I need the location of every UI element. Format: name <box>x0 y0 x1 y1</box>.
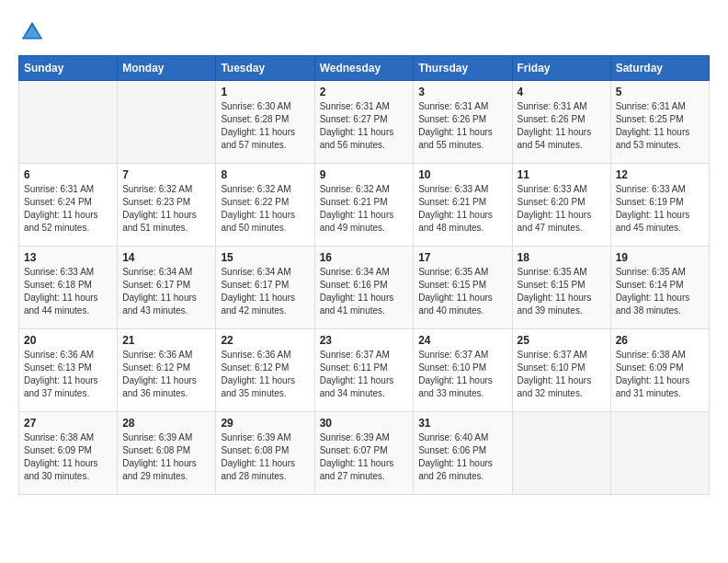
day-number: 8 <box>221 168 309 181</box>
day-number: 25 <box>518 334 606 347</box>
calendar-week-4: 20Sunrise: 6:36 AM Sunset: 6:13 PM Dayli… <box>19 329 710 412</box>
day-number: 3 <box>418 86 506 98</box>
day-number: 7 <box>122 168 210 181</box>
day-info: Sunrise: 6:32 AM Sunset: 6:21 PM Dayligh… <box>320 183 409 235</box>
calendar-cell: 7Sunrise: 6:32 AM Sunset: 6:23 PM Daylig… <box>118 164 216 247</box>
day-info: Sunrise: 6:32 AM Sunset: 6:22 PM Dayligh… <box>221 183 309 235</box>
day-info: Sunrise: 6:34 AM Sunset: 6:17 PM Dayligh… <box>221 266 309 317</box>
day-info: Sunrise: 6:32 AM Sunset: 6:23 PM Dayligh… <box>122 183 210 235</box>
day-info: Sunrise: 6:33 AM Sunset: 6:19 PM Dayligh… <box>616 183 704 235</box>
logo-icon <box>18 18 46 46</box>
day-header-monday: Monday <box>118 56 216 81</box>
calendar-week-1: 1Sunrise: 6:30 AM Sunset: 6:28 PM Daylig… <box>19 81 710 164</box>
calendar-cell: 16Sunrise: 6:34 AM Sunset: 6:16 PM Dayli… <box>314 247 414 329</box>
day-number: 31 <box>418 417 506 430</box>
calendar-cell: 2Sunrise: 6:31 AM Sunset: 6:27 PM Daylig… <box>314 81 414 164</box>
calendar-cell: 23Sunrise: 6:37 AM Sunset: 6:11 PM Dayli… <box>314 329 414 412</box>
day-number: 11 <box>518 168 606 181</box>
day-header-friday: Friday <box>512 56 610 81</box>
day-info: Sunrise: 6:35 AM Sunset: 6:14 PM Dayligh… <box>616 266 704 317</box>
day-number: 4 <box>518 86 606 98</box>
calendar-cell: 8Sunrise: 6:32 AM Sunset: 6:22 PM Daylig… <box>216 164 314 247</box>
calendar-cell: 3Sunrise: 6:31 AM Sunset: 6:26 PM Daylig… <box>414 81 512 164</box>
day-number: 5 <box>616 86 704 98</box>
calendar-cell: 11Sunrise: 6:33 AM Sunset: 6:20 PM Dayli… <box>512 164 610 247</box>
calendar-cell: 29Sunrise: 6:39 AM Sunset: 6:08 PM Dayli… <box>216 412 314 495</box>
calendar-week-5: 27Sunrise: 6:38 AM Sunset: 6:09 PM Dayli… <box>19 412 710 495</box>
day-info: Sunrise: 6:31 AM Sunset: 6:26 PM Dayligh… <box>418 100 506 152</box>
day-info: Sunrise: 6:38 AM Sunset: 6:09 PM Dayligh… <box>616 349 704 400</box>
day-number: 13 <box>24 251 112 264</box>
calendar-header-row: SundayMondayTuesdayWednesdayThursdayFrid… <box>19 56 710 81</box>
day-number: 28 <box>122 417 210 430</box>
day-header-thursday: Thursday <box>414 56 512 81</box>
day-info: Sunrise: 6:33 AM Sunset: 6:18 PM Dayligh… <box>24 266 112 317</box>
calendar-cell <box>19 81 118 164</box>
calendar-cell: 20Sunrise: 6:36 AM Sunset: 6:13 PM Dayli… <box>19 329 118 412</box>
day-number: 26 <box>616 334 704 347</box>
day-info: Sunrise: 6:31 AM Sunset: 6:27 PM Dayligh… <box>320 100 409 152</box>
calendar-cell: 22Sunrise: 6:36 AM Sunset: 6:12 PM Dayli… <box>216 329 314 412</box>
calendar-cell: 4Sunrise: 6:31 AM Sunset: 6:26 PM Daylig… <box>512 81 610 164</box>
day-number: 27 <box>24 417 112 430</box>
day-number: 23 <box>320 334 409 347</box>
calendar-cell: 10Sunrise: 6:33 AM Sunset: 6:21 PM Dayli… <box>414 164 512 247</box>
day-number: 16 <box>320 251 409 264</box>
calendar-cell: 1Sunrise: 6:30 AM Sunset: 6:28 PM Daylig… <box>216 81 314 164</box>
day-info: Sunrise: 6:39 AM Sunset: 6:08 PM Dayligh… <box>122 431 210 483</box>
day-number: 10 <box>418 168 506 181</box>
day-number: 1 <box>221 86 309 98</box>
calendar-cell: 17Sunrise: 6:35 AM Sunset: 6:15 PM Dayli… <box>414 247 512 329</box>
day-number: 9 <box>320 168 409 181</box>
day-info: Sunrise: 6:36 AM Sunset: 6:13 PM Dayligh… <box>24 349 112 400</box>
calendar-cell: 26Sunrise: 6:38 AM Sunset: 6:09 PM Dayli… <box>610 329 709 412</box>
day-info: Sunrise: 6:37 AM Sunset: 6:10 PM Dayligh… <box>418 349 506 400</box>
day-header-wednesday: Wednesday <box>314 56 414 81</box>
calendar-week-3: 13Sunrise: 6:33 AM Sunset: 6:18 PM Dayli… <box>19 247 710 329</box>
calendar-cell: 5Sunrise: 6:31 AM Sunset: 6:25 PM Daylig… <box>610 81 709 164</box>
day-info: Sunrise: 6:37 AM Sunset: 6:10 PM Dayligh… <box>518 349 606 400</box>
calendar-cell <box>512 412 610 495</box>
day-header-sunday: Sunday <box>19 56 118 81</box>
calendar-cell: 9Sunrise: 6:32 AM Sunset: 6:21 PM Daylig… <box>314 164 414 247</box>
calendar-cell: 30Sunrise: 6:39 AM Sunset: 6:07 PM Dayli… <box>314 412 414 495</box>
calendar-table: SundayMondayTuesdayWednesdayThursdayFrid… <box>18 55 710 495</box>
calendar-cell: 24Sunrise: 6:37 AM Sunset: 6:10 PM Dayli… <box>414 329 512 412</box>
day-number: 6 <box>24 168 112 181</box>
day-number: 24 <box>418 334 506 347</box>
day-info: Sunrise: 6:34 AM Sunset: 6:16 PM Dayligh… <box>320 266 409 317</box>
calendar-cell: 27Sunrise: 6:38 AM Sunset: 6:09 PM Dayli… <box>19 412 118 495</box>
day-number: 30 <box>320 417 409 430</box>
page-header <box>18 18 710 46</box>
day-info: Sunrise: 6:36 AM Sunset: 6:12 PM Dayligh… <box>122 349 210 400</box>
day-info: Sunrise: 6:35 AM Sunset: 6:15 PM Dayligh… <box>418 266 506 317</box>
calendar-cell: 14Sunrise: 6:34 AM Sunset: 6:17 PM Dayli… <box>118 247 216 329</box>
day-info: Sunrise: 6:39 AM Sunset: 6:07 PM Dayligh… <box>320 431 409 483</box>
day-info: Sunrise: 6:31 AM Sunset: 6:25 PM Dayligh… <box>616 100 704 152</box>
day-number: 12 <box>616 168 704 181</box>
calendar-cell: 31Sunrise: 6:40 AM Sunset: 6:06 PM Dayli… <box>414 412 512 495</box>
calendar-week-2: 6Sunrise: 6:31 AM Sunset: 6:24 PM Daylig… <box>19 164 710 247</box>
calendar-cell: 19Sunrise: 6:35 AM Sunset: 6:14 PM Dayli… <box>610 247 709 329</box>
day-number: 19 <box>616 251 704 264</box>
calendar-cell: 13Sunrise: 6:33 AM Sunset: 6:18 PM Dayli… <box>19 247 118 329</box>
day-info: Sunrise: 6:30 AM Sunset: 6:28 PM Dayligh… <box>221 100 309 152</box>
day-number: 22 <box>221 334 309 347</box>
day-info: Sunrise: 6:39 AM Sunset: 6:08 PM Dayligh… <box>221 431 309 483</box>
day-info: Sunrise: 6:37 AM Sunset: 6:11 PM Dayligh… <box>320 349 409 400</box>
calendar-cell <box>610 412 709 495</box>
day-info: Sunrise: 6:35 AM Sunset: 6:15 PM Dayligh… <box>518 266 606 317</box>
logo <box>18 18 51 46</box>
day-info: Sunrise: 6:31 AM Sunset: 6:26 PM Dayligh… <box>518 100 606 152</box>
calendar-cell: 12Sunrise: 6:33 AM Sunset: 6:19 PM Dayli… <box>610 164 709 247</box>
day-info: Sunrise: 6:33 AM Sunset: 6:21 PM Dayligh… <box>418 183 506 235</box>
day-number: 20 <box>24 334 112 347</box>
calendar-cell <box>118 81 216 164</box>
calendar-cell: 21Sunrise: 6:36 AM Sunset: 6:12 PM Dayli… <box>118 329 216 412</box>
day-info: Sunrise: 6:34 AM Sunset: 6:17 PM Dayligh… <box>122 266 210 317</box>
day-header-saturday: Saturday <box>610 56 709 81</box>
day-info: Sunrise: 6:36 AM Sunset: 6:12 PM Dayligh… <box>221 349 309 400</box>
day-info: Sunrise: 6:31 AM Sunset: 6:24 PM Dayligh… <box>24 183 112 235</box>
day-number: 21 <box>122 334 210 347</box>
day-number: 2 <box>320 86 409 98</box>
